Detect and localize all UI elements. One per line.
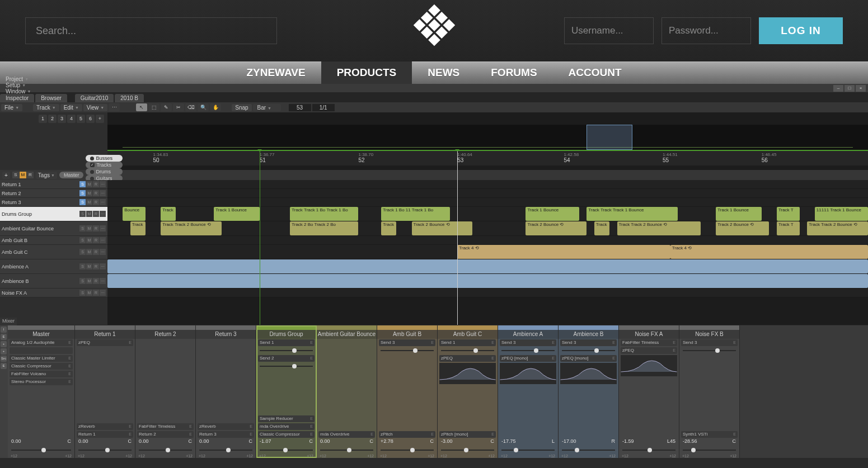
mute-button[interactable]: M — [86, 211, 92, 217]
more-button[interactable]: ⋯ — [100, 249, 106, 255]
track-row[interactable]: Amb Guit BSMR⋯ — [0, 236, 868, 245]
cut-tool-icon[interactable]: ✂ — [173, 103, 184, 111]
snap-toggle[interactable]: Snap — [232, 104, 251, 111]
rec-button[interactable]: R — [93, 225, 99, 231]
snap-value[interactable]: Bar ▼ — [253, 104, 281, 111]
channel-slot[interactable]: FabFilter VolcanoE — [10, 371, 73, 377]
more-button[interactable]: ⋯ — [100, 237, 106, 243]
mute-button[interactable]: M — [86, 181, 92, 187]
zoom-tool-icon[interactable]: 🔍 — [198, 103, 209, 111]
solo-button[interactable]: S — [79, 249, 86, 255]
mixer-side-btn[interactable]: I — [1, 327, 7, 333]
erase-tool-icon[interactable]: ⌫ — [185, 103, 196, 111]
insert-slot[interactable]: zPEQ [mono]E — [500, 355, 556, 362]
send-slot[interactable]: Send 3E — [500, 339, 556, 346]
track-lane[interactable] — [107, 259, 868, 274]
filter-tracks[interactable]: ✓Tracks — [86, 162, 123, 168]
add-track-button[interactable]: + — [2, 172, 10, 179]
mute-button[interactable]: M — [86, 237, 92, 243]
clip[interactable] — [107, 274, 868, 288]
clip[interactable]: Track 2 Bo Track 2 Bo — [290, 221, 358, 235]
send-slot[interactable]: Send 3E — [681, 339, 738, 346]
send-slot[interactable]: Send 3E — [379, 339, 435, 346]
rec-button[interactable]: R — [93, 249, 99, 255]
tags-label[interactable]: Tags ▼ — [36, 172, 57, 179]
view-menu[interactable]: View▼ — [83, 104, 107, 111]
track-header[interactable]: Noise FX ASMR⋯ — [0, 289, 107, 297]
track-row[interactable]: Noise FX ASMR⋯ — [0, 289, 868, 297]
send-slot[interactable]: Send 3E — [560, 339, 617, 346]
arrangement-slot[interactable]: + — [96, 115, 104, 123]
clip[interactable]: Track — [130, 221, 146, 235]
arrangement-slot[interactable]: 4 — [67, 115, 76, 123]
nav-account[interactable]: ACCOUNT — [553, 62, 637, 84]
solo-button[interactable]: S — [79, 263, 86, 270]
clip[interactable]: Track 2 Bounce ⟲ — [716, 221, 769, 235]
rec-button[interactable]: R — [93, 237, 99, 243]
channel-slot[interactable]: Analog 1/2 AudiophileE — [10, 339, 73, 346]
mixer-channel[interactable]: Return 2FabFilter TimelessEReturn 2E0.00… — [135, 325, 196, 458]
track-header[interactable]: Amb Guit CSMR⋯ — [0, 245, 107, 259]
menu-setup[interactable]: Setup ▼ — [2, 82, 35, 88]
clip[interactable]: Track 1 Bounce — [526, 207, 579, 221]
pan-slider[interactable] — [560, 447, 617, 453]
pan-slider[interactable] — [198, 447, 254, 453]
insert-slot[interactable]: zPEQE — [621, 347, 677, 354]
clip[interactable]: Track Track 2 Bounce ⟲ — [807, 221, 868, 235]
mute-button[interactable]: M — [86, 199, 92, 205]
channel-slot[interactable]: Classic CompressorE — [10, 363, 73, 370]
mixer-channel[interactable]: Drums GroupSend 1ESend 2ESample ReducerE… — [256, 325, 317, 458]
arrangement-slot[interactable]: 5 — [77, 115, 85, 123]
track-row[interactable]: Ambience ASMR⋯ — [0, 259, 868, 274]
rec-button[interactable]: R — [93, 181, 99, 187]
more-button[interactable]: ⋯ — [100, 181, 106, 187]
solo-button[interactable]: S — [79, 199, 86, 205]
track-lane[interactable] — [107, 236, 868, 245]
track-lane[interactable]: Track 4 ⟲Track 4 ⟲ — [107, 245, 868, 259]
more-icon[interactable]: ⋯ — [109, 103, 120, 111]
mixer-channel[interactable]: Noise FX AFabFilter TimelessEzPEQE-1.59L… — [619, 325, 679, 458]
mixer-channel[interactable]: Ambient Guitar Bouncemda OverdriveE0.00C… — [317, 325, 377, 458]
solo-button[interactable]: S — [79, 181, 86, 187]
arrangement-slot[interactable]: 2 — [48, 115, 57, 123]
fx-slot[interactable]: FabFilter TimelessE — [137, 423, 194, 430]
arrow-tool-icon[interactable]: ↖ — [136, 103, 147, 111]
solo-button[interactable]: S — [79, 290, 86, 296]
mixer-channel[interactable]: Ambience ASend 3EzPEQ [mono]E-17.75L+12+… — [498, 325, 559, 458]
close-button[interactable]: × — [856, 85, 866, 92]
mixer-side-btn[interactable]: + — [1, 341, 7, 347]
rec-button[interactable]: R — [93, 278, 99, 284]
pan-slider[interactable] — [621, 447, 677, 453]
marker[interactable] — [457, 151, 458, 325]
fx-slot[interactable]: Return 1E — [77, 431, 133, 438]
send-slot[interactable]: Send 2E — [258, 355, 315, 362]
solo-button[interactable]: S — [79, 237, 86, 243]
mixer-channel[interactable]: Return 3zReverbEReturn 3E0.00C+12+12 — [196, 325, 256, 458]
tab-inspector[interactable]: Inspector — [0, 94, 34, 102]
menu-project[interactable]: Project ▼ — [2, 76, 35, 82]
mixer-channel[interactable]: Noise FX BSend 3ESynth1 VSTiE-28.56C+12+… — [679, 325, 740, 458]
track-row[interactable]: Drums GroupSMR⋯BounceTrackTrack 1 Bounce… — [0, 207, 868, 221]
pencil-tool-icon[interactable]: ✎ — [161, 103, 172, 111]
tab-guitar2010[interactable]: Guitar2010 — [75, 94, 114, 102]
send-level[interactable] — [439, 347, 496, 354]
track-header[interactable]: Ambient Guitar BounceSMR⋯ — [0, 221, 107, 236]
fx-slot[interactable]: zPitchE — [379, 431, 435, 438]
mute-button[interactable]: M — [86, 290, 92, 296]
global-mute[interactable]: M — [20, 172, 26, 178]
more-button[interactable]: ⋯ — [100, 211, 106, 217]
overview[interactable] — [107, 125, 868, 150]
mixer-channel[interactable]: MasterAnalog 1/2 AudiophileEClassic Mast… — [8, 325, 75, 458]
pan-slider[interactable] — [500, 447, 556, 453]
mixer-channel[interactable]: Amb Guit BSend 3EzPitchE+2.78C+12+12 — [377, 325, 438, 458]
track-header[interactable]: Ambience BSMR⋯ — [0, 274, 107, 289]
tab-browser[interactable]: Browser — [35, 94, 67, 102]
overview-window[interactable] — [587, 125, 632, 150]
fx-slot[interactable]: mda OverdriveE — [258, 423, 315, 430]
clip[interactable] — [107, 259, 868, 273]
mute-button[interactable]: M — [86, 249, 92, 255]
playhead[interactable] — [260, 151, 260, 325]
pan-slider[interactable] — [439, 447, 496, 453]
search-input[interactable] — [25, 17, 277, 44]
fx-slot[interactable]: Classic CompressorE — [258, 431, 315, 438]
